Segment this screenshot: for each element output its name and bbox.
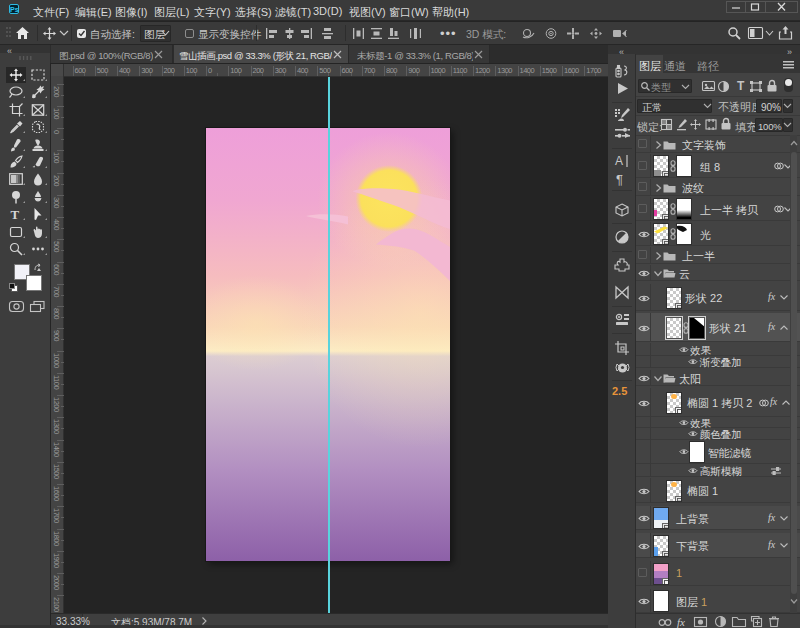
svg-text:A: A [615,154,623,168]
svg-text:T: T [11,207,20,222]
svg-text:¶: ¶ [616,172,623,187]
